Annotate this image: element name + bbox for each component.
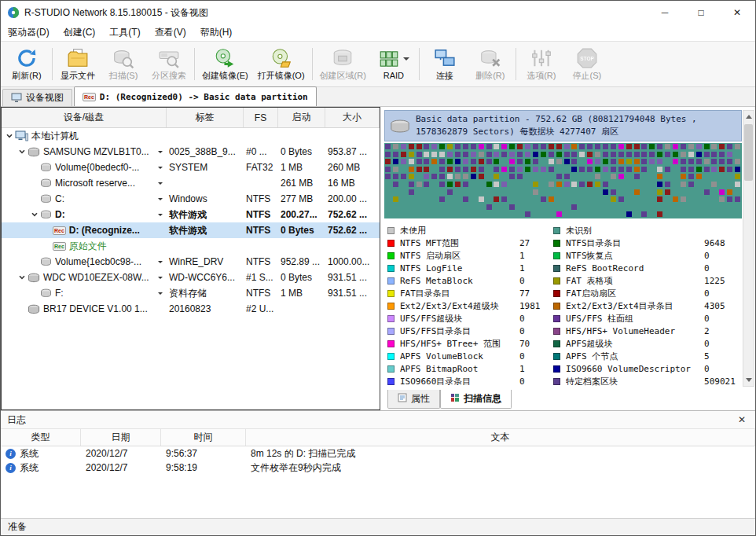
legend-count: 9648 (704, 238, 725, 248)
menu-item-4[interactable]: 帮助(H) (193, 24, 240, 41)
legend-swatch (553, 365, 560, 373)
tree-row[interactable]: F:资料存储NTFS1 MB931.51 ... (2, 285, 380, 301)
scrollbar-thumb[interactable] (744, 124, 753, 181)
toolbar-separator (312, 48, 313, 80)
row-dropdown-icon[interactable] (158, 277, 163, 281)
scan-icon (112, 47, 134, 69)
cell-boot: 0 Bytes (278, 144, 325, 160)
log-type-cell: i系统 (1, 447, 81, 461)
toolbar-icon-row (158, 47, 180, 69)
tree-row[interactable]: WDC WD10EZEX-08W...WD-WCC6Y6...#1 S...0 … (2, 270, 380, 285)
menu-bar: 驱动器(D)创建(C)工具(T)查看(V)帮助(H) (1, 24, 755, 42)
toolbar-icon-row (67, 47, 89, 69)
tab-recognized-partition[interactable]: Rec D: (Recognized0) -> Basic data parti… (74, 86, 317, 106)
show-files-button[interactable]: 显示文件 (55, 43, 101, 85)
open-image-button[interactable]: 打开镜像(O) (253, 43, 310, 85)
menu-item-1[interactable]: 创建(C) (57, 24, 103, 41)
log-row[interactable]: i系统2020/12/79:56:378m 12s 的 D: 扫描已完成 (1, 446, 755, 461)
partition-search-button: 分区搜索 (146, 43, 192, 85)
column-header-3[interactable]: 启动 (278, 108, 325, 127)
column-header-0[interactable]: 设备/磁盘 (2, 108, 167, 127)
tree-row[interactable]: 本地计算机 (2, 128, 380, 144)
tab-properties[interactable]: 属性 (387, 390, 440, 409)
scrollbar-track[interactable] (743, 123, 754, 374)
tree-row[interactable]: Rec原始文件 (2, 238, 380, 254)
maximize-button[interactable]: □ (683, 1, 719, 24)
column-header-4[interactable]: 大小 (325, 108, 380, 127)
log-column-header-1[interactable]: 日期 (81, 429, 161, 446)
minimize-button[interactable]: ─ (647, 1, 683, 24)
cell-label (167, 128, 244, 144)
create-region-button: 创建区域(R) (315, 43, 371, 85)
tree-row[interactable]: RecD: (Recognize...软件游戏NTFS0 Bytes752.62… (2, 222, 380, 238)
row-dropdown-icon[interactable] (158, 167, 163, 171)
legend-label: ReFS BootRecord (566, 263, 704, 274)
row-dropdown-icon[interactable] (158, 292, 163, 297)
tree-row[interactable]: D:软件游戏NTFS200.27...752.62 ... (2, 207, 380, 222)
vertical-scrollbar[interactable] (743, 110, 754, 387)
column-header-1[interactable]: 标签 (167, 108, 244, 127)
scroll-down-button[interactable] (743, 374, 754, 386)
legend-swatch (553, 290, 560, 297)
log-column-header-2[interactable]: 时间 (161, 429, 246, 446)
row-dropdown-icon[interactable] (158, 214, 163, 218)
legend-swatch (553, 315, 560, 322)
disk-icon (28, 273, 40, 283)
stop-button: STOP停止(S) (564, 43, 610, 85)
toolbar-button-label: 分区搜索 (152, 70, 186, 82)
dropdown-arrow-icon[interactable] (403, 57, 409, 64)
row-dropdown-icon[interactable] (158, 198, 163, 203)
legend-swatch (553, 378, 560, 385)
tree-row[interactable]: Microsoft reserve...261 MB16 MB (2, 175, 380, 191)
tree-row[interactable]: SAMSUNG MZVLB1T0...0025_388B_9...#0 ...0… (2, 144, 380, 160)
rec-green-icon: Rec (53, 242, 66, 251)
tree-row[interactable]: Volume{0bedecf0-...SYSTEMFAT321 MB260 MB (2, 160, 380, 175)
tree-row[interactable]: Volume{1ecb0c98-...WinRE_DRVNTFS952.89 .… (2, 254, 380, 270)
scan-block-map[interactable] (384, 143, 742, 218)
device-name-cell: C: (2, 191, 167, 207)
scroll-up-button[interactable] (743, 111, 754, 123)
tree-row[interactable]: BR17 DEVICE V1.00 1...20160823#2 U... (2, 301, 380, 317)
menu-item-3[interactable]: 查看(V) (148, 24, 193, 41)
row-dropdown-icon[interactable] (158, 151, 163, 156)
toolbar-button-label: 删除(R) (475, 70, 505, 82)
legend-item: NTFS MFT范围27 (387, 237, 553, 249)
expander-icon[interactable] (17, 274, 28, 281)
tree-row[interactable]: C:WindowsNTFS277 MB200.00 ... (2, 191, 380, 207)
device-name-cell: SAMSUNG MZVLB1T0... (2, 144, 167, 160)
close-button[interactable]: ✕ (719, 1, 755, 24)
log-row[interactable]: i系统2020/12/79:58:19文件枚举在9秒内完成 (1, 461, 755, 475)
tab-scan-information[interactable]: 扫描信息 (440, 390, 512, 409)
legend-item: FAT目录条目77 (387, 288, 553, 299)
legend-label: 未识别 (566, 225, 704, 237)
menu-item-2[interactable]: 工具(T) (102, 24, 147, 41)
menu-item-0[interactable]: 驱动器(D) (1, 24, 57, 41)
volume-icon (40, 257, 52, 266)
cell-size: 260 MB (325, 160, 380, 175)
toolbar-button-label: 扫描(S) (109, 70, 138, 82)
connect-button[interactable]: 连接 (422, 43, 468, 85)
status-bar: 准备 (1, 518, 755, 535)
scan-block-map-canvas[interactable] (384, 143, 742, 218)
column-header-2[interactable]: FS (244, 108, 278, 127)
disk-icon (28, 304, 40, 314)
title-bar: R-STUDIO Network 8.15.180015 - 设备视图 ─ □ … (1, 1, 755, 24)
row-dropdown-icon[interactable] (158, 182, 163, 187)
create-image-button[interactable]: 创建镜像(E) (197, 43, 253, 85)
log-column-header-0[interactable]: 类型 (1, 429, 81, 446)
legend-count: 509021 (704, 376, 736, 387)
raid-button[interactable]: RAID (371, 43, 417, 85)
log-close-icon[interactable]: ✕ (735, 414, 749, 425)
device-name-cell: 本地计算机 (2, 128, 167, 144)
refresh-button[interactable]: 刷新(R) (4, 43, 50, 85)
row-dropdown-icon[interactable] (158, 261, 163, 266)
tab-device-view[interactable]: 设备视图 (2, 89, 72, 106)
log-column-header-3[interactable]: 文本 (246, 429, 755, 446)
legend-count: 5 (704, 351, 710, 362)
expander-icon[interactable] (4, 132, 15, 140)
expander-icon[interactable] (29, 211, 40, 218)
toolbar: 刷新(R)显示文件扫描(S)分区搜索创建镜像(E)打开镜像(O)创建区域(R)R… (1, 42, 755, 87)
legend-item: UFS/FFS超级块0 (387, 313, 553, 325)
expander-icon[interactable] (17, 148, 28, 156)
device-name: Volume{0bedecf0-... (55, 162, 139, 173)
